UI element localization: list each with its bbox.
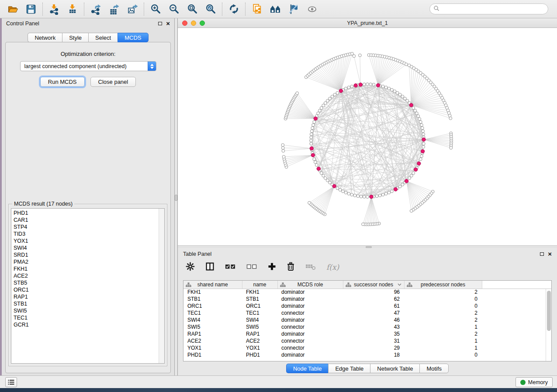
table-cell: SWI4 <box>183 316 242 323</box>
table-cell: connector <box>277 344 343 351</box>
show-all-icon[interactable] <box>303 1 321 17</box>
tab-select[interactable]: Select <box>88 33 118 42</box>
result-node[interactable]: GCR1 <box>14 321 164 328</box>
delete-columns-icon[interactable] <box>287 262 295 272</box>
result-node[interactable]: TID3 <box>14 230 164 237</box>
table-row[interactable]: ORC1ORC1dominator610 <box>183 303 551 309</box>
control-panel-tabs: NetworkStyleSelectMCDS <box>2 33 174 42</box>
result-node[interactable]: SWI4 <box>14 244 164 251</box>
deselect-all-columns-icon[interactable] <box>246 263 257 272</box>
export-network-icon[interactable] <box>86 1 105 17</box>
result-node[interactable]: SRD1 <box>14 251 164 258</box>
first-neighbors-icon[interactable] <box>266 1 284 17</box>
table-cell: SWI4 <box>242 316 277 323</box>
show-column-icon[interactable] <box>205 262 214 272</box>
optimization-criterion-select[interactable]: largest connected component (undirected) <box>20 61 156 71</box>
export-image-icon[interactable] <box>123 1 142 17</box>
mcds-result-list[interactable]: PHD1CAR1STP4TID3YOX1SWI4SRD1PMA2FKH1ACE2… <box>11 208 165 364</box>
result-list-scrollbar[interactable] <box>159 209 164 363</box>
column-header-name[interactable]: name <box>242 281 277 289</box>
zoom-in-icon[interactable] <box>146 1 165 17</box>
column-header-predecessor-nodes[interactable]: predecessor nodes <box>404 281 482 289</box>
table-cell: dominator <box>277 330 343 337</box>
toolbar-separator <box>84 3 84 16</box>
network-canvas[interactable] <box>178 28 557 245</box>
apply-preferred-layout-icon[interactable] <box>225 1 243 17</box>
table-row[interactable]: STB1STB1dominator620 <box>183 296 551 303</box>
hide-selected-icon[interactable] <box>284 1 303 17</box>
table-row[interactable]: SWI4SWI4dominator462 <box>183 316 551 323</box>
import-network-icon[interactable] <box>45 1 63 17</box>
result-node[interactable]: PHD1 <box>14 210 164 217</box>
tab-mcds[interactable]: MCDS <box>118 33 148 42</box>
column-header-shared-name[interactable]: shared name <box>183 281 242 289</box>
table-cell: connector <box>277 337 343 344</box>
table-cell: 2 <box>404 330 482 337</box>
float-table-panel-icon[interactable] <box>540 252 544 256</box>
result-node[interactable]: RAP1 <box>14 293 164 300</box>
save-session-icon[interactable] <box>22 1 40 17</box>
table-cell: 31 <box>343 337 404 344</box>
float-panel-icon[interactable] <box>158 22 162 25</box>
result-node[interactable]: STB1 <box>14 300 164 307</box>
result-node[interactable]: ACE2 <box>14 272 164 279</box>
network-search-field[interactable] <box>429 3 548 14</box>
result-node[interactable]: YOX1 <box>14 237 164 244</box>
function-builder-icon[interactable]: f(x) <box>326 263 339 272</box>
table-tab-edge-table[interactable]: Edge Table <box>328 364 370 373</box>
result-node[interactable]: TEC1 <box>14 314 164 321</box>
tab-network[interactable]: Network <box>28 33 62 42</box>
task-history-button[interactable] <box>5 377 17 387</box>
result-node[interactable]: ORC1 <box>14 286 164 293</box>
result-node[interactable]: CAR1 <box>14 217 164 224</box>
result-node[interactable]: FKH1 <box>14 265 164 272</box>
result-node[interactable]: PMA2 <box>14 258 164 265</box>
close-table-panel-icon[interactable]: × <box>548 251 552 257</box>
column-header-MCDS-role[interactable]: MCDS role <box>277 281 343 289</box>
table-cell: TEC1 <box>242 309 277 316</box>
table-tab-network-table[interactable]: Network Table <box>370 364 419 373</box>
zoom-fit-content-icon[interactable] <box>183 1 201 17</box>
open-session-icon[interactable] <box>3 1 22 17</box>
table-tab-motifs[interactable]: Motifs <box>419 364 449 373</box>
new-network-from-selection-icon[interactable] <box>248 1 266 17</box>
table-row[interactable]: RAP1RAP1dominator352 <box>183 330 551 337</box>
table-cell-filler <box>482 309 551 316</box>
close-panel-button[interactable]: Close panel <box>90 77 136 87</box>
delete-table-icon[interactable] <box>305 263 316 272</box>
result-node[interactable]: STB5 <box>14 279 164 286</box>
table-cell-filler <box>482 296 551 303</box>
import-table-icon[interactable] <box>63 1 82 17</box>
tab-style[interactable]: Style <box>62 33 88 42</box>
result-node[interactable]: SWI5 <box>14 307 164 314</box>
table-options-gear-icon[interactable] <box>186 262 195 272</box>
zoom-selected-icon[interactable] <box>201 1 220 17</box>
zoom-out-icon[interactable] <box>165 1 183 17</box>
close-panel-icon[interactable]: × <box>166 21 170 26</box>
table-row[interactable]: ACE2ACE2connector311 <box>183 337 551 344</box>
column-header-successor-nodes[interactable]: successor nodes <box>343 281 404 289</box>
table-cell: ORC1 <box>242 303 277 309</box>
table-cell-filler <box>482 316 551 323</box>
table-row[interactable]: FKH1FKH1dominator962 <box>183 289 551 296</box>
table-row[interactable]: SWI5SWI5connector431 <box>183 323 551 330</box>
table-cell: TEC1 <box>183 309 242 316</box>
network-window-titlebar[interactable]: YPA_prune.txt_1 <box>178 18 557 28</box>
table-row[interactable]: PHD1PHD1dominator180 <box>183 351 551 358</box>
table-tab-node-table[interactable]: Node Table <box>286 364 329 373</box>
result-node[interactable]: STP4 <box>14 224 164 230</box>
table-scrollbar[interactable] <box>546 289 551 361</box>
table-scrollbar-thumb[interactable] <box>547 291 551 331</box>
export-table-icon[interactable] <box>105 1 123 17</box>
memory-button[interactable]: Memory <box>515 377 553 387</box>
network-window-title: YPA_prune.txt_1 <box>178 20 557 26</box>
table-row[interactable]: YOX1YOX1connector291 <box>183 344 551 351</box>
table-cell: RAP1 <box>183 330 242 337</box>
run-mcds-button[interactable]: Run MCDS <box>40 77 85 87</box>
create-new-column-icon[interactable] <box>268 262 276 272</box>
select-all-columns-icon[interactable] <box>225 263 236 272</box>
network-graph[interactable] <box>178 28 557 245</box>
search-input[interactable] <box>442 5 548 14</box>
table-row[interactable]: TEC1TEC1connector472 <box>183 309 551 316</box>
network-window: YPA_prune.txt_1 <box>178 18 557 245</box>
